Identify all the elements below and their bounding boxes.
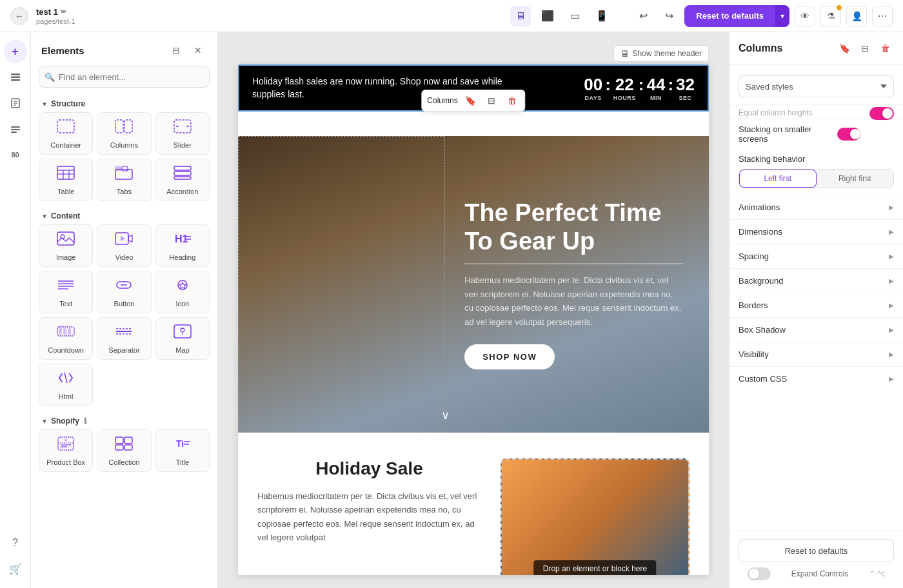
topbar-right-actions: ↩ ↪ Reset to defaults ▾ 👁 ⚗ 👤 ⋯ — [633, 5, 893, 27]
slider-element[interactable]: Slider — [155, 112, 210, 155]
heading-element[interactable]: H1 Heading — [155, 224, 210, 267]
shopify-section-header[interactable]: ▼ Shopify ℹ — [39, 411, 210, 429]
map-element[interactable]: Map — [155, 317, 210, 360]
content-section-header[interactable]: ▼ Content — [39, 206, 210, 224]
structure-arrow: ▼ — [41, 101, 48, 108]
separator-element[interactable]: Separator — [97, 317, 151, 360]
svg-rect-56 — [115, 445, 123, 450]
countdown-sec-label: SEC — [679, 95, 692, 101]
image-element[interactable]: Image — [39, 224, 93, 267]
right-panel-copy-button[interactable]: ⊟ — [857, 40, 873, 57]
right-panel: Columns 🔖 ⊟ 🗑 Saved styles Equal column … — [729, 32, 903, 588]
monitor-icon: 🖥 — [620, 48, 630, 59]
heading-icon: H1 — [174, 231, 192, 250]
video-element[interactable]: Video — [97, 224, 151, 267]
borders-accordion[interactable]: Borders ▶ — [729, 293, 903, 317]
stacking-behavior-buttons: Left first Right first — [739, 169, 894, 188]
add-elements-button[interactable]: + — [4, 40, 27, 63]
columns-element[interactable]: Columns — [97, 112, 151, 155]
accordion-element[interactable]: Accordion — [155, 159, 210, 201]
tabs-element[interactable]: Tabs — [97, 159, 151, 201]
reset-to-defaults-button[interactable]: Reset to defaults — [739, 539, 894, 562]
back-button[interactable]: ← — [10, 7, 28, 25]
undo-button[interactable]: ↩ — [633, 6, 653, 26]
cms-button[interactable]: 80 — [4, 143, 27, 166]
svg-rect-2 — [11, 79, 20, 81]
spacing-accordion[interactable]: Spacing ▶ — [729, 244, 903, 268]
tablet-view-button[interactable]: ▭ — [564, 6, 585, 26]
hero-body: Habemus mediocritatem per te. Dicta civi… — [464, 273, 683, 329]
animations-accordion[interactable]: Animations ▶ — [729, 195, 903, 219]
custom-css-accordion[interactable]: Custom CSS ▶ — [729, 366, 903, 391]
right-panel-bookmark-button[interactable]: 🔖 — [836, 40, 853, 57]
svg-rect-8 — [11, 129, 20, 130]
mobile-view-button[interactable]: 📱 — [591, 6, 612, 26]
container-element[interactable]: Container — [39, 112, 93, 155]
flask-button[interactable]: ⚗ — [820, 6, 841, 26]
help-button[interactable]: ? — [4, 531, 27, 554]
left-first-button[interactable]: Left first — [739, 170, 817, 188]
title-element[interactable]: Ti Title — [155, 429, 210, 472]
video-icon — [115, 231, 133, 250]
table-icon — [57, 166, 75, 184]
svg-rect-57 — [124, 445, 132, 450]
collaborators-button[interactable]: 👤 — [846, 6, 867, 26]
svg-rect-23 — [174, 172, 191, 175]
structure-section-header[interactable]: ▼ Structure — [39, 94, 210, 112]
background-accordion[interactable]: Background ▶ — [729, 268, 903, 293]
edit-page-name-icon[interactable]: ✏ — [61, 8, 66, 16]
hero-section[interactable]: The Perfect Time To Gear Up Habemus medi… — [238, 136, 709, 433]
dimensions-label: Dimensions — [739, 227, 782, 237]
equal-heights-label-row: Equal column heights — [729, 104, 903, 119]
columns-delete-button[interactable]: 🗑 — [504, 93, 520, 108]
equal-heights-toggle[interactable] — [869, 107, 894, 120]
separator-label: Separator — [108, 346, 139, 354]
columns-bookmark-button[interactable]: 🔖 — [463, 93, 479, 108]
svg-rect-55 — [124, 437, 132, 444]
box-shadow-accordion[interactable]: Box Shadow ▶ — [729, 317, 903, 342]
countdown-element[interactable]: Countdown — [39, 317, 93, 360]
columns-copy-button[interactable]: ⊟ — [484, 93, 499, 108]
dimensions-accordion[interactable]: Dimensions ▶ — [729, 219, 903, 244]
icon-element[interactable]: Icon — [155, 271, 210, 313]
collection-element[interactable]: Collection — [97, 429, 151, 472]
html-element[interactable]: Html — [39, 364, 93, 406]
hero-right-column[interactable]: The Perfect Time To Gear Up Habemus medi… — [445, 136, 709, 433]
nav-button[interactable] — [4, 117, 27, 141]
show-theme-header-button[interactable]: 🖥 Show theme header — [613, 45, 709, 62]
product-box-element[interactable]: Product Box — [39, 429, 93, 472]
tabs-icon — [115, 166, 133, 184]
button-element[interactable]: Button — [97, 271, 151, 313]
saved-styles-select[interactable]: Saved styles — [739, 75, 894, 97]
preview-button[interactable]: 👁 — [795, 6, 815, 26]
svg-rect-1 — [11, 77, 20, 79]
equal-heights-label: Equal column heights — [739, 108, 813, 117]
store-button[interactable]: 🛒 — [4, 557, 27, 580]
split-view-button[interactable]: ⬛ — [537, 6, 558, 26]
more-options-button[interactable]: ⋯ — [872, 6, 893, 26]
borders-arrow-icon: ▶ — [889, 302, 894, 309]
desktop-view-button[interactable]: 🖥 — [510, 6, 531, 26]
stacking-toggle[interactable] — [837, 128, 860, 141]
hero-left-column[interactable] — [238, 136, 445, 433]
holiday-image-column[interactable]: Drop an element or block here — [501, 458, 690, 575]
search-input[interactable] — [39, 66, 210, 88]
text-element[interactable]: Text — [39, 271, 93, 313]
shop-now-button[interactable]: SHOP NOW — [464, 344, 555, 369]
collection-icon — [115, 436, 133, 455]
right-panel-delete-button[interactable]: 🗑 — [877, 40, 894, 57]
layers-button[interactable] — [4, 66, 27, 89]
box-shadow-arrow-icon: ▶ — [889, 326, 894, 333]
pages-button[interactable] — [4, 92, 27, 115]
right-first-button[interactable]: Right first — [817, 170, 894, 188]
visibility-accordion[interactable]: Visibility ▶ — [729, 342, 903, 366]
expand-controls-toggle[interactable] — [748, 567, 771, 580]
publish-dropdown-button[interactable]: ▾ — [775, 5, 789, 27]
panel-layout-button[interactable]: ⊟ — [167, 41, 185, 59]
table-element[interactable]: Table — [39, 159, 93, 201]
panel-close-button[interactable]: ✕ — [189, 41, 207, 59]
page-name: test 1 — [36, 7, 58, 17]
redo-button[interactable]: ↪ — [659, 6, 679, 26]
publish-button[interactable]: Reset to defaults — [684, 5, 775, 27]
svg-point-51 — [64, 439, 67, 442]
